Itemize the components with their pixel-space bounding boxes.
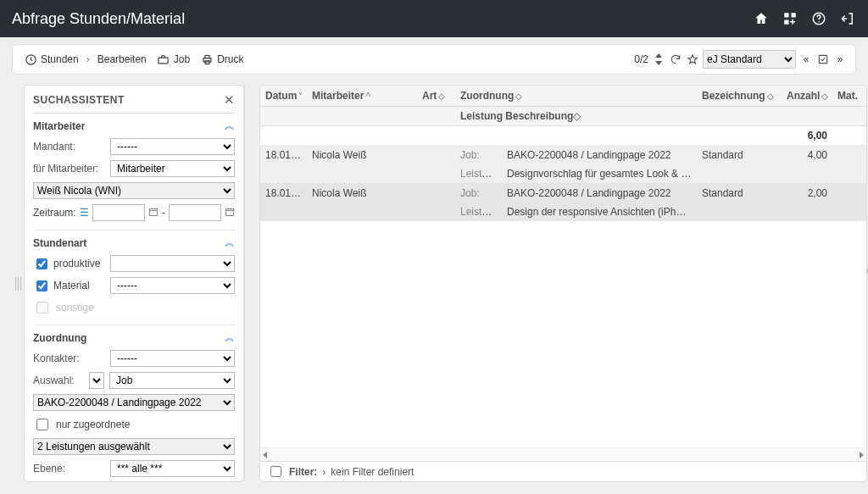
- col-mitarbeiter-header[interactable]: Mitarbeiter^: [307, 86, 417, 107]
- material-label: Material: [53, 280, 90, 291]
- results-table: Datum˅ Mitarbeiter^ Art◇ Zuordnung◇ Beze…: [260, 86, 866, 221]
- table-row[interactable]: 18.01.22 Nicola Weiß Job: BAKO-2200048 /…: [260, 184, 866, 203]
- horizontal-scrollbar[interactable]: [260, 447, 866, 461]
- kontakter-select[interactable]: ------: [110, 350, 235, 367]
- toolbar-druck-button[interactable]: Druck: [198, 51, 246, 68]
- col-leistung-header[interactable]: Leistung Beschreibung◇: [455, 107, 697, 126]
- table-row[interactable]: Leistung: Design der responsive Ansichte…: [260, 203, 866, 221]
- window-title: Abfrage Stunden/Material: [12, 10, 185, 28]
- toolbar-stunden-button[interactable]: Stunden: [21, 51, 81, 68]
- svg-rect-10: [819, 55, 826, 63]
- add-module-icon[interactable]: [782, 10, 798, 27]
- date-from-input[interactable]: [92, 204, 145, 221]
- svg-rect-13: [20, 277, 21, 291]
- zeitraum-label: Zeitraum:: [33, 207, 76, 219]
- svg-rect-12: [18, 277, 19, 291]
- section-mitarbeiter-title: Mitarbeiter: [33, 120, 85, 132]
- sum-anzahl: 6,00: [782, 126, 832, 146]
- window-titlebar: Abfrage Stunden/Material: [0, 0, 868, 37]
- svg-rect-15: [226, 209, 234, 216]
- toolbar: Stunden › Bearbeiten Job Druck 0/2 eJ St…: [12, 44, 856, 75]
- toolbar-bearbeiten-label: Bearbeiten: [97, 53, 147, 65]
- sonstige-checkbox[interactable]: [36, 302, 48, 314]
- filter-checkbox[interactable]: [270, 466, 281, 477]
- section-zuordnung-title: Zuordnung: [33, 332, 86, 344]
- svg-rect-11: [15, 277, 16, 291]
- kontakter-label: Kontakter:: [33, 352, 105, 364]
- nur-zugeordnete-label: nur zugeordnete: [56, 419, 130, 430]
- produktive-checkbox[interactable]: [36, 258, 47, 269]
- calendar-icon[interactable]: [225, 207, 235, 219]
- table-row[interactable]: Leistung: Designvorschlag für gesamtes L…: [260, 164, 866, 184]
- material-checkbox[interactable]: [36, 280, 47, 291]
- toolbar-druck-label: Druck: [217, 53, 243, 65]
- left-scrollbar[interactable]: [244, 85, 251, 482]
- calendar-icon[interactable]: [148, 207, 159, 219]
- toolbar-bearbeiten-button[interactable]: Bearbeiten: [95, 52, 149, 67]
- employee-select[interactable]: Weiß Nicola (WNI): [33, 182, 235, 199]
- clock-icon: [24, 53, 37, 66]
- list-icon[interactable]: ☰: [80, 207, 89, 219]
- table-row[interactable]: 18.01.22 Nicola Weiß Job: BAKO-2200048 /…: [260, 146, 866, 165]
- auswahl-label: Auswahl:: [33, 375, 84, 386]
- mandant-select[interactable]: ------: [110, 138, 235, 155]
- svg-rect-8: [205, 55, 209, 58]
- section-stundenart-title: Stundenart: [33, 237, 86, 249]
- sum-row: 6,00: [260, 126, 866, 146]
- briefcase-icon: [157, 53, 170, 66]
- col-anzahl-header[interactable]: Anzahl◇: [782, 86, 832, 107]
- auswahl-mode-select[interactable]: [89, 372, 104, 389]
- col-zuordnung-header[interactable]: Zuordnung◇: [455, 86, 697, 107]
- layout-select[interactable]: eJ Standard: [703, 50, 796, 69]
- refresh-icon[interactable]: [669, 53, 682, 66]
- mandant-label: Mandant:: [33, 141, 105, 153]
- date-to-input[interactable]: [169, 204, 221, 221]
- chevron-left-double-icon[interactable]: «: [799, 53, 813, 66]
- save-layout-icon[interactable]: [816, 53, 830, 66]
- produktive-select[interactable]: [110, 255, 235, 272]
- col-bezeichnung-header[interactable]: Bezeichnung◇: [697, 86, 782, 107]
- filter-value: kein Filter definiert: [331, 466, 414, 478]
- collapse-icon[interactable]: ︽: [225, 119, 235, 133]
- pager-text: 0/2: [634, 53, 648, 65]
- printer-icon: [200, 53, 214, 66]
- nur-zugeordnete-checkbox[interactable]: [36, 419, 48, 430]
- produktive-label: produktive: [53, 258, 100, 269]
- svg-rect-6: [159, 58, 168, 64]
- collapse-icon[interactable]: ︽: [225, 330, 235, 345]
- search-panel-title: SUCHASSISTENT: [33, 94, 125, 106]
- filter-bar: Filter: › kein Filter definiert: [260, 461, 866, 481]
- home-icon[interactable]: [753, 10, 770, 27]
- ebene-select[interactable]: *** alle ***: [110, 460, 235, 477]
- job-select[interactable]: BAKO-2200048 / Landingpage 2022: [33, 394, 235, 411]
- fuer-mitarbeiter-select[interactable]: Mitarbeiter: [110, 160, 235, 177]
- col-datum-header[interactable]: Datum˅: [260, 86, 307, 107]
- chevron-right-icon: ›: [322, 466, 326, 478]
- results-panel: Datum˅ Mitarbeiter^ Art◇ Zuordnung◇ Beze…: [259, 85, 867, 482]
- stepper-updown-icon[interactable]: [652, 53, 665, 66]
- search-assistant-panel: SUCHASSISTENT ✕ Mitarbeiter ︽ Mandant: -…: [24, 85, 244, 482]
- svg-point-4: [818, 21, 820, 23]
- filter-label: Filter:: [289, 466, 317, 478]
- auswahl-select[interactable]: Job: [109, 372, 235, 389]
- date-separator: -: [162, 207, 165, 219]
- svg-rect-0: [784, 13, 788, 17]
- collapse-icon[interactable]: ︽: [225, 236, 235, 250]
- col-mat-header[interactable]: Mat.: [832, 86, 866, 107]
- chevron-right-double-icon[interactable]: »: [833, 53, 847, 66]
- material-select[interactable]: ------: [110, 277, 235, 294]
- svg-rect-14: [150, 209, 158, 216]
- star-icon[interactable]: [686, 53, 699, 66]
- left-resize-handle[interactable]: [12, 85, 24, 482]
- toolbar-stunden-label: Stunden: [41, 53, 79, 65]
- fuer-mitarbeiter-label: für Mitarbeiter:: [33, 163, 105, 175]
- svg-rect-2: [784, 20, 788, 25]
- col-art-header[interactable]: Art◇: [417, 86, 455, 107]
- logout-icon[interactable]: [839, 10, 856, 27]
- help-icon[interactable]: [810, 10, 827, 27]
- close-icon[interactable]: ✕: [224, 92, 235, 108]
- toolbar-job-label: Job: [174, 53, 190, 65]
- toolbar-job-button[interactable]: Job: [154, 51, 192, 68]
- window-icon-group: [753, 10, 856, 27]
- leistungen-select[interactable]: 2 Leistungen ausgewählt: [33, 438, 235, 455]
